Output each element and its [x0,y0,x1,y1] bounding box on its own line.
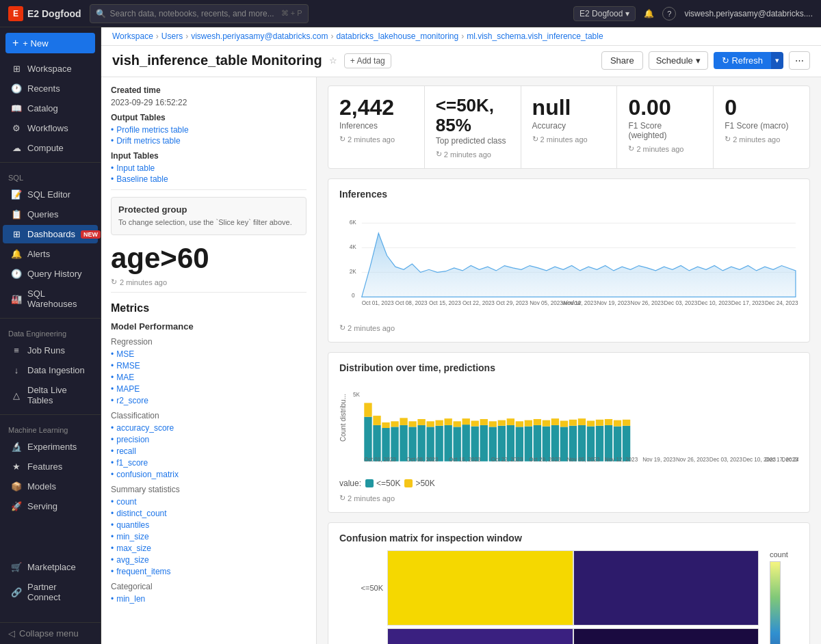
collapse-menu-button[interactable]: ◁ Collapse menu [0,622,101,644]
sidebar-item-sql-editor[interactable]: 📝 SQL Editor [3,185,98,204]
model-perf-title: Model Performance [111,321,307,332]
svg-rect-72 [578,418,586,425]
left-panel: Created time 2023-09-29 16:52:22 Output … [101,77,317,644]
sidebar-item-experiments[interactable]: 🔬 Experiments [3,438,98,456]
metric-avg-size[interactable]: avg_size [111,555,307,565]
search-shortcut: ⌘ + P [281,9,302,18]
metric-mae[interactable]: MAE [111,373,307,382]
protected-desc: To change selection, use the `Slice key`… [118,217,299,228]
sidebar-item-serving[interactable]: 🚀 Serving [3,497,98,515]
protected-group-box: Protected group To change selection, use… [111,197,307,235]
stat-cards: 2,442 Inferences 2 minutes ago <=50K, 85… [328,85,810,169]
sidebar-item-dashboards[interactable]: ⊞ Dashboards NEW [3,225,98,243]
sidebar-item-label: Models [27,481,56,492]
sidebar-item-models[interactable]: 📦 Models [3,477,98,496]
sidebar-item-workflows[interactable]: ⚙ Workflows [3,119,98,137]
new-badge: NEW [81,230,101,239]
input-table-link[interactable]: Input table [111,163,307,173]
data-eng-section-label: Data Engineering [0,323,101,340]
sidebar-item-label: SQL Warehouses [27,289,90,309]
share-button[interactable]: Share [601,51,643,70]
sidebar-item-label: Catalog [27,103,58,113]
query-history-icon: 🕐 [11,269,22,279]
sidebar-item-alerts[interactable]: 🔔 Alerts [3,245,98,263]
svg-rect-82 [623,420,630,426]
chevron-down-icon: ▾ [696,55,701,66]
svg-rect-77 [605,425,612,461]
sql-section-label: SQL [0,167,101,185]
env-selector[interactable]: E2 Dogfood ▾ [573,6,636,21]
svg-rect-46 [462,418,469,425]
metric-quantiles[interactable]: quantiles [111,520,307,530]
svg-rect-34 [408,421,416,427]
schedule-button[interactable]: Schedule ▾ [649,51,708,70]
search-bar[interactable]: 🔍 Search data, notebooks, recents, and m… [90,4,309,23]
svg-rect-25 [373,425,380,461]
svg-rect-45 [462,425,469,461]
metric-r2[interactable]: r2_score [111,396,307,405]
sidebar-item-workspace[interactable]: ⊞ Workspace [3,59,98,78]
svg-rect-26 [373,416,380,425]
metric-recall[interactable]: recall [111,446,307,456]
profile-metrics-link[interactable]: Profile metrics table [111,125,307,135]
metric-confusion[interactable]: confusion_matrix [111,470,307,479]
svg-rect-42 [444,418,452,425]
metric-accuracy[interactable]: accuracy_score [111,423,307,433]
sidebar-divider [0,162,101,163]
confusion-row-label-gt50k: >50K [353,628,387,644]
sidebar-item-partner-connect[interactable]: 🔗 Partner Connect [3,578,98,606]
svg-text:Nov 05, 2023: Nov 05, 2023 [566,457,600,463]
sidebar-item-sql-warehouses[interactable]: 🏭 SQL Warehouses [3,284,98,313]
sidebar-item-queries[interactable]: 📋 Queries [3,205,98,224]
sidebar-item-catalog[interactable]: 📖 Catalog [3,99,98,118]
metric-mape[interactable]: MAPE [111,384,307,394]
sidebar-item-job-runs[interactable]: ≡ Job Runs [3,341,98,360]
sidebar-item-label: Partner Connect [27,582,90,602]
breadcrumb-user[interactable]: viswesh.periyasamy@databricks.com [191,31,328,41]
sidebar-item-data-ingestion[interactable]: ↓ Data Ingestion [3,361,98,379]
bell-icon[interactable]: 🔔 [644,9,654,18]
svg-rect-49 [480,425,488,461]
metric-max-size[interactable]: max_size [111,544,307,553]
svg-rect-66 [551,418,559,425]
sidebar-item-query-history[interactable]: 🕐 Query History [3,265,98,283]
metric-f1[interactable]: f1_score [111,458,307,468]
breadcrumb-users[interactable]: Users [161,31,183,41]
sql-editor-icon: 📝 [11,189,22,200]
sidebar-item-recents[interactable]: 🕐 Recents [3,79,98,98]
sidebar-item-compute[interactable]: ☁ Compute [3,139,98,157]
confusion-row-gt50k: >50K [353,628,759,644]
metric-count[interactable]: count [111,497,307,507]
metric-rmse[interactable]: RMSE [111,361,307,371]
metric-frequent-items[interactable]: frequent_items [111,567,307,576]
metric-distinct-count[interactable]: distinct_count [111,509,307,518]
new-button[interactable]: + + New [5,33,95,53]
created-time-value: 2023-09-29 16:52:22 [111,98,307,107]
sidebar-item-features[interactable]: ★ Features [3,457,98,476]
svg-rect-68 [560,421,568,427]
baseline-table-link[interactable]: Baseline table [111,174,307,184]
content-area: Workspace › Users › viswesh.periyasamy@d… [101,27,821,644]
stat-value-f1-weighted: 0.00 [628,96,702,120]
metric-min-size[interactable]: min_size [111,532,307,541]
breadcrumb-workspace[interactable]: Workspace [112,31,153,41]
help-icon[interactable]: ? [662,7,676,21]
breadcrumb-monitoring[interactable]: databricks_lakehouse_monitoring [336,31,458,41]
legend-leq50k: <=50K [365,479,400,488]
sidebar-item-delta-live-tables[interactable]: △ Delta Live Tables [3,381,98,410]
confusion-grid-wrapper: <=50K >50K <=50K [353,550,759,644]
refresh-caret-button[interactable]: ▾ [771,52,783,69]
stat-value-f1-macro: 0 [725,96,798,120]
metric-precision[interactable]: precision [111,435,307,444]
metric-min-len[interactable]: min_len [111,594,307,604]
sidebar-item-marketplace[interactable]: 🛒 Marketplace [3,558,98,576]
refresh-button[interactable]: ↻ Refresh [714,52,771,69]
user-label[interactable]: viswesh.periyasamy@databricks.... [684,9,813,18]
confusion-cell-leq50k-gt50k [573,550,759,626]
add-tag-button[interactable]: + Add tag [344,53,391,68]
breadcrumb-table[interactable]: ml.vish_schema.vish_inference_table [467,31,603,41]
star-icon[interactable]: ☆ [329,55,337,66]
metric-mse[interactable]: MSE [111,349,307,359]
drift-metrics-link[interactable]: Drift metrics table [111,136,307,146]
more-button[interactable]: ⋯ [789,51,810,70]
